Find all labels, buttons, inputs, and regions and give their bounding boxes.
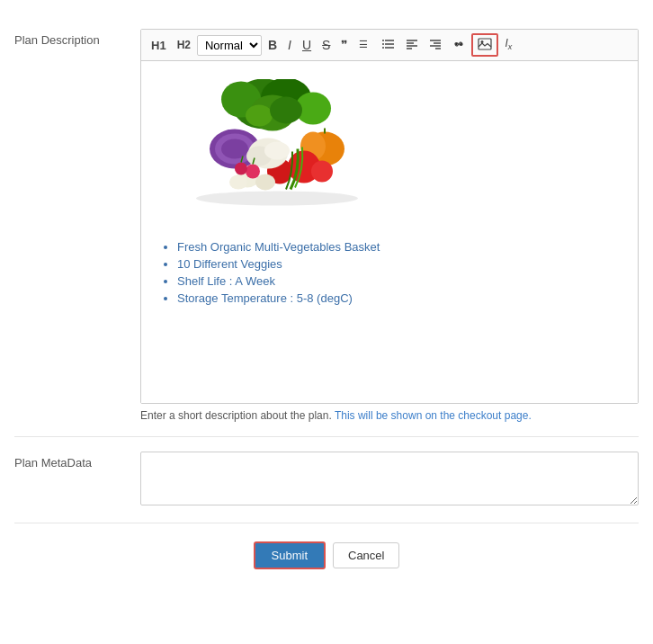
list-item: 10 Different Veggies	[177, 257, 623, 271]
hint-text-before: Enter a short description about the plan…	[140, 409, 332, 422]
editor-hint: Enter a short description about the plan…	[140, 409, 639, 422]
list-item: Shelf Life : A Week	[177, 274, 623, 288]
strikethrough-button[interactable]: S	[318, 36, 335, 54]
vegetables-image	[174, 79, 389, 223]
plan-description-row: Plan Description H1 H2 NormalH1H2H3H4H5H…	[14, 14, 639, 437]
align-left-button[interactable]	[401, 35, 423, 55]
link-button[interactable]	[448, 35, 470, 55]
svg-point-23	[246, 105, 273, 127]
editor-list: Fresh Organic Multi-Vegetables Basket 10…	[156, 240, 623, 305]
clear-format-button[interactable]: Ix	[500, 35, 516, 54]
svg-point-6	[382, 47, 384, 49]
plan-metadata-control	[140, 452, 639, 508]
svg-point-40	[246, 165, 260, 179]
svg-point-4	[382, 43, 384, 45]
metadata-input[interactable]	[140, 452, 639, 505]
svg-point-33	[311, 161, 333, 183]
unordered-list-button[interactable]	[378, 35, 399, 55]
bold-button[interactable]: B	[264, 36, 282, 54]
svg-point-44	[196, 192, 358, 206]
align-right-button[interactable]	[425, 35, 446, 55]
plan-description-control: H1 H2 NormalH1H2H3H4H5H6 B I U S ❞ ☰	[140, 29, 639, 422]
hint-text-link: This will be shown on the checkout page.	[335, 409, 532, 422]
editor-toolbar: H1 H2 NormalH1H2H3H4H5H6 B I U S ❞ ☰	[141, 30, 638, 61]
editor-content[interactable]: Fresh Organic Multi-Vegetables Basket 10…	[141, 61, 638, 403]
image-button[interactable]	[471, 33, 498, 57]
list-item: Storage Temperature : 5-8 (degC)	[177, 291, 623, 305]
underline-button[interactable]: U	[298, 36, 316, 54]
blockquote-button[interactable]: ❞	[336, 36, 353, 54]
buttons-row: Submit Cancel	[14, 523, 639, 578]
editor-wrapper: H1 H2 NormalH1H2H3H4H5H6 B I U S ❞ ☰	[140, 29, 639, 404]
italic-button[interactable]: I	[283, 36, 296, 54]
cancel-button[interactable]: Cancel	[333, 542, 399, 568]
list-item: Fresh Organic Multi-Vegetables Basket	[177, 240, 623, 254]
form-section: Plan Description H1 H2 NormalH1H2H3H4H5H…	[14, 14, 639, 578]
submit-button[interactable]: Submit	[254, 541, 326, 569]
svg-rect-15	[479, 39, 491, 49]
editor-image-container	[174, 79, 623, 226]
svg-point-24	[270, 97, 302, 124]
plan-metadata-row: Plan MetaData	[14, 437, 639, 523]
svg-point-27	[221, 139, 248, 159]
heading-select[interactable]: NormalH1H2H3H4H5H6	[197, 35, 262, 56]
plan-description-label: Plan Description	[14, 29, 140, 49]
svg-point-36	[264, 142, 290, 160]
svg-point-39	[229, 175, 247, 190]
svg-point-2	[382, 40, 384, 41]
plan-metadata-label: Plan MetaData	[14, 452, 140, 471]
h1-button[interactable]: H1	[147, 37, 171, 54]
h2-button[interactable]: H2	[173, 37, 195, 53]
svg-text:☰: ☰	[359, 39, 368, 49]
ordered-list-button[interactable]: ☰	[354, 35, 376, 55]
svg-point-38	[255, 174, 275, 191]
svg-point-41	[235, 163, 247, 175]
